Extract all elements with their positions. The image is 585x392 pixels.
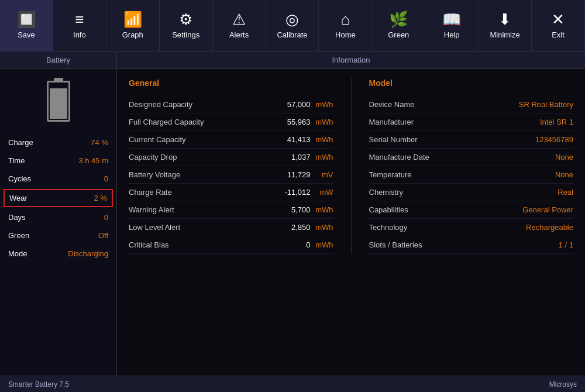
toolbar-btn-green[interactable]: 🌿Green <box>372 0 425 51</box>
toolbar-label-calibrate: Calibrate <box>277 30 307 39</box>
sidebar-row-value: 0 <box>104 174 108 183</box>
info-row-unit: mWh <box>313 100 333 109</box>
exit-icon: ✕ <box>552 12 565 27</box>
toolbar-btn-help[interactable]: 📖Help <box>425 0 479 51</box>
info-model-row: Manufacture DateNone <box>369 149 574 166</box>
info-row-unit: mWh <box>313 118 333 126</box>
col-headers: Battery Information <box>0 51 585 69</box>
sidebar-row-cycles: Cycles0 <box>0 170 116 188</box>
info-row-label: Low Level Alert <box>129 223 276 232</box>
status-left: Smarter Battery 7.5 <box>8 380 69 388</box>
sidebar-row-label: Days <box>8 213 26 222</box>
statusbar: Smarter Battery 7.5 Microsys <box>0 376 585 392</box>
info-row-value: Rechargeable <box>526 223 573 232</box>
info-row-value: SR Real Battery <box>519 100 573 109</box>
info-general-row: Critical Bias0mWh <box>129 236 333 254</box>
info-model-row: TechnologyRechargeable <box>369 219 574 236</box>
info-row-unit: mWh <box>313 135 333 144</box>
info-row-num: 1,037 <box>276 153 311 161</box>
model-col: Model Device NameSR Real BatteryManufact… <box>369 78 574 254</box>
toolbar-btn-graph[interactable]: 📶Graph <box>106 0 160 51</box>
sidebar-row-label: Mode <box>8 249 27 258</box>
alerts-icon: ⚠ <box>232 12 246 27</box>
info-general-row: Low Level Alert2,850mWh <box>129 219 333 236</box>
info-row-label: Current Capacity <box>129 135 276 144</box>
info-panel: General Designed Capacity57,000mWhFull C… <box>117 69 585 376</box>
info-general-row: Charge Rate-11,012mW <box>129 184 333 201</box>
toolbar-label-settings: Settings <box>172 30 199 39</box>
sidebar: Charge74 %Time3 h 45 mCycles0Wear2 %Days… <box>0 69 117 376</box>
toolbar-label-help: Help <box>444 30 460 39</box>
graph-icon: 📶 <box>123 12 142 27</box>
toolbar-label-green: Green <box>388 30 409 39</box>
toolbar-label-home: Home <box>335 30 356 39</box>
info-model-row: ManufacturerIntel SR 1 <box>369 114 574 131</box>
info-general-row: Warning Alert5,700mWh <box>129 201 333 219</box>
info-model-row: CapabilitiesGeneral Power <box>369 201 574 219</box>
sidebar-row-time: Time3 h 45 m <box>0 152 116 170</box>
toolbar-btn-home[interactable]: ⌂Home <box>319 0 372 51</box>
info-row-num: 2,850 <box>276 223 311 232</box>
toolbar-btn-settings[interactable]: ⚙Settings <box>160 0 213 51</box>
sidebar-row-value: Discharging <box>68 249 108 258</box>
info-row-num: 55,963 <box>276 118 311 126</box>
info-row-unit: mWh <box>313 205 333 214</box>
sidebar-row-label: Charge <box>8 138 33 147</box>
info-row-value: General Power <box>522 205 573 214</box>
minimize-icon: ⬇ <box>498 12 511 27</box>
toolbar-btn-minimize[interactable]: ⬇Minimize <box>479 0 532 51</box>
info-row-value: Intel SR 1 <box>540 118 573 126</box>
sidebar-row-wear: Wear2 % <box>4 189 113 207</box>
toolbar-btn-save[interactable]: 🔲Save <box>0 0 53 51</box>
info-icon: ≡ <box>75 12 84 27</box>
general-col: General Designed Capacity57,000mWhFull C… <box>129 78 333 254</box>
calibrate-icon: ◎ <box>285 12 299 27</box>
info-row-label: Charge Rate <box>129 188 276 197</box>
help-icon: 📖 <box>442 12 461 27</box>
sidebar-row-label: Wear <box>9 194 27 202</box>
info-row-unit: mWh <box>313 240 333 249</box>
toolbar-label-exit: Exit <box>552 30 565 39</box>
sidebar-row-value: Off <box>98 231 108 240</box>
info-model-row: Slots / Batteries1 / 1 <box>369 236 574 254</box>
sidebar-row-label: Green <box>8 231 29 240</box>
sidebar-row-value: 74 % <box>91 138 108 147</box>
info-row-label: Capabilities <box>369 205 523 214</box>
info-col-header: Information <box>117 51 585 68</box>
info-row-label: Slots / Batteries <box>369 240 559 249</box>
sidebar-row-green: GreenOff <box>0 226 116 245</box>
toolbar-btn-exit[interactable]: ✕Exit <box>532 0 585 51</box>
sidebar-row-value: 0 <box>104 213 108 222</box>
info-row-value: 123456789 <box>535 135 573 144</box>
toolbar-btn-info[interactable]: ≡Info <box>53 0 106 51</box>
info-row-unit: mV <box>313 170 333 179</box>
info-row-unit: mW <box>313 188 333 197</box>
info-row-num: 11,729 <box>276 170 311 179</box>
toolbar: 🔲Save≡Info📶Graph⚙Settings⚠Alerts◎Calibra… <box>0 0 585 51</box>
toolbar-label-info: Info <box>73 30 86 39</box>
info-row-label: Capacity Drop <box>129 153 276 161</box>
info-row-label: Battery Voltage <box>129 170 276 179</box>
battery-icon <box>47 81 70 122</box>
info-row-label: Manufacturer <box>369 118 540 126</box>
home-icon: ⌂ <box>341 12 350 27</box>
info-columns: General Designed Capacity57,000mWhFull C… <box>129 78 573 254</box>
toolbar-btn-alerts[interactable]: ⚠Alerts <box>213 0 266 51</box>
toolbar-btn-calibrate[interactable]: ◎Calibrate <box>266 0 319 51</box>
info-row-label: Full Charged Capacity <box>129 118 276 126</box>
info-general-row: Battery Voltage11,729mV <box>129 166 333 184</box>
info-row-label: Critical Bias <box>129 240 276 249</box>
sidebar-row-value: 2 % <box>94 194 107 202</box>
info-row-label: Warning Alert <box>129 205 276 214</box>
info-model-row: Serial Number123456789 <box>369 131 574 149</box>
info-row-num: 0 <box>276 240 311 249</box>
sidebar-row-mode: ModeDischarging <box>0 245 116 263</box>
info-row-num: 5,700 <box>276 205 311 214</box>
info-row-label: Chemistry <box>369 188 558 197</box>
sidebar-row-label: Time <box>8 156 25 165</box>
info-row-label: Temperature <box>369 170 555 179</box>
sidebar-row-charge: Charge74 % <box>0 133 116 152</box>
sidebar-row-days: Days0 <box>0 208 116 226</box>
info-model-row: TemperatureNone <box>369 166 574 184</box>
info-row-value: None <box>555 153 573 161</box>
